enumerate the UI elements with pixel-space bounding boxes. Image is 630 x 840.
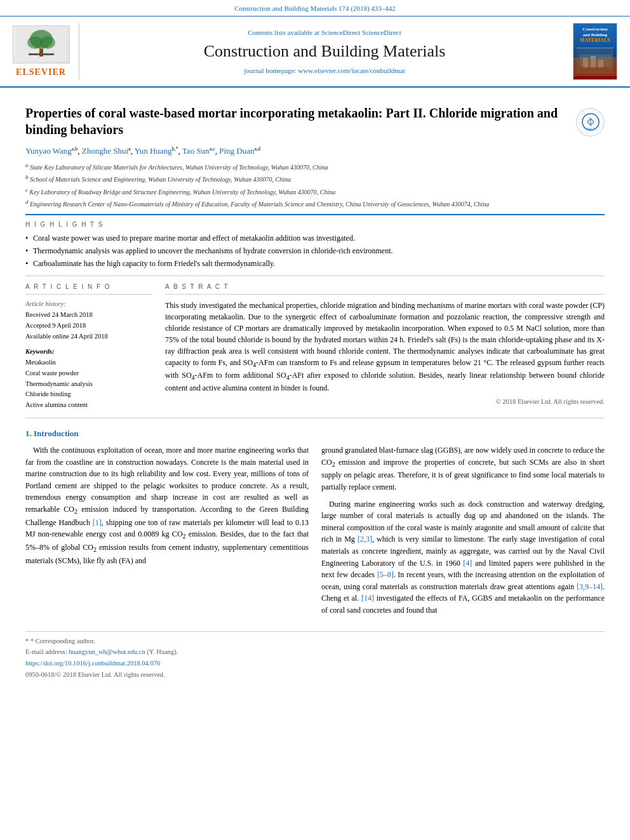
intro-right-col: ground granulated blast-furnace slag (GG…: [321, 444, 605, 622]
footnote-section: * * Corresponding author. E-mail address…: [25, 631, 605, 680]
highlight-item-1: Coral waste power was used to prepare ma…: [25, 233, 605, 244]
author-1-sup: a,b: [72, 146, 78, 152]
available-date: Available online 24 April 2018: [25, 331, 152, 342]
email-suffix: (Y. Huang).: [147, 648, 178, 655]
affiliation-a: a State Key Laboratory of Silicate Mater…: [25, 161, 605, 172]
elsevier-text: ELSEVIER: [16, 66, 66, 79]
info-abstract-columns: A R T I C L E I N F O Article history: R…: [25, 283, 605, 411]
email-footnote: E-mail address: huangyun_wh@whut.edu.cn …: [25, 648, 605, 657]
received-date: Received 24 March 2018: [25, 310, 152, 321]
cover-label-text: Construction and Building MATERialS: [580, 27, 610, 43]
affil-label-d: d: [25, 199, 29, 205]
intro-para-2: ground granulated blast-furnace slag (GG…: [321, 444, 605, 493]
author-3-sup: b,*: [172, 146, 178, 152]
section-divider-1: [25, 276, 605, 276]
doi-link[interactable]: https://doi.org/10.1016/j.conbuildmat.20…: [25, 660, 160, 667]
highlights-heading: H I G H L I G H T S: [25, 220, 605, 229]
journal-title-section: Contents lists available at ScienceDirec…: [86, 23, 563, 80]
affiliations-section: a State Key Laboratory of Silicate Mater…: [25, 161, 605, 209]
highlights-section: H I G H L I G H T S Coral waste power wa…: [25, 220, 605, 269]
journal-name: Construction and Building Materials: [204, 40, 446, 63]
svg-rect-5: [29, 53, 54, 55]
history-label: Article history:: [25, 300, 152, 309]
keyword-5: Active alumina content: [25, 401, 152, 410]
affil-label-b: b: [25, 174, 29, 180]
svg-point-3: [40, 36, 55, 49]
sciencedirect-link[interactable]: ScienceDirect: [362, 29, 401, 36]
ref-4: [4]: [463, 559, 472, 568]
author-2-sup: a: [128, 146, 131, 152]
affil-text-c: Key Laboratory of Roadway Bridge and Str…: [30, 189, 336, 196]
elsevier-logo-image: [13, 25, 70, 63]
contents-available: Contents lists available at ScienceDirec…: [248, 28, 401, 37]
introduction-title: 1. Introduction: [25, 428, 605, 439]
keywords-label: Keywords:: [25, 347, 152, 357]
affiliation-b: b School of Materials Science and Engine…: [25, 173, 605, 184]
check-updates-icon: Check for: [581, 112, 600, 131]
highlight-item-3: Carboaluminate has the high capacity to …: [25, 258, 605, 269]
keyword-2: Coral waste powder: [25, 369, 152, 378]
copyright-line: © 2018 Elsevier Ltd. All rights reserved…: [165, 397, 605, 407]
ref-58: [5–8]: [377, 570, 394, 579]
article-main-title: Properties of coral waste-based mortar i…: [25, 105, 605, 138]
author-5-sup: a,d: [254, 146, 260, 152]
keyword-1: Metakaolin: [25, 358, 152, 368]
citation-text: Construction and Building Materials 174 …: [234, 4, 396, 12]
elsevier-logo: ELSEVIER: [10, 23, 79, 80]
author-1: Yunyao Wang: [25, 147, 72, 156]
cover-bottom-bar: [573, 57, 617, 76]
elsevier-tree-icon: [16, 27, 67, 62]
affil-text-a: State Key Laboratory of Silicate Materia…: [30, 164, 328, 171]
email-link[interactable]: huangyun_wh@whut.edu.cn: [69, 648, 145, 655]
intro-para-3: During marine engineering works such as …: [321, 498, 605, 617]
keywords-section: Keywords: Metakaolin Coral waste powder …: [25, 347, 152, 410]
article-body: Check for Properties of coral waste-base…: [0, 88, 630, 691]
svg-text:Check for: Check for: [586, 127, 596, 130]
intro-left-col: With the continuous exploitation of ocea…: [25, 444, 309, 622]
affiliation-c: c Key Laboratory of Roadway Bridge and S…: [25, 186, 605, 197]
author-4-sup: a,c: [210, 146, 215, 152]
author-3: Yun Huang: [135, 147, 172, 156]
journal-cover-image: Construction and Building MATERialS: [570, 23, 620, 80]
asterisk-marker: *: [25, 637, 30, 644]
article-info-column: A R T I C L E I N F O Article history: R…: [25, 283, 152, 411]
article-title-section: Check for Properties of coral waste-base…: [25, 105, 605, 138]
article-history: Article history: Received 24 March 2018 …: [25, 300, 152, 342]
affil-label-c: c: [25, 187, 28, 193]
doi-footnote: https://doi.org/10.1016/j.conbuildmat.20…: [25, 659, 605, 669]
check-updates-label: Check for: [581, 112, 600, 133]
abstract-column: A B S T R A C T This study investigated …: [165, 283, 605, 411]
ref-9-14: [3,9–14]: [577, 582, 603, 591]
author-4: Tao Sun: [182, 147, 210, 156]
intro-para-1: With the continuous exploitation of ocea…: [25, 444, 309, 567]
introduction-section: 1. Introduction With the continuous expl…: [25, 428, 605, 622]
ref-1: [1]: [93, 518, 102, 527]
ref-14: [14]: [361, 594, 374, 603]
journal-citation: Construction and Building Materials 174 …: [0, 0, 630, 17]
author-2: Zhonghe Shui: [82, 147, 128, 156]
corresponding-author-note: * * Corresponding author.: [25, 637, 605, 646]
authors-line: Yunyao Wanga,b, Zhonghe Shuia, Yun Huang…: [25, 145, 605, 157]
email-label: E-mail address:: [25, 648, 67, 655]
article-info-heading: A R T I C L E I N F O: [25, 283, 152, 295]
ref-23: [2,3]: [358, 535, 372, 543]
history-dates: Received 24 March 2018 Accepted 9 April …: [25, 310, 152, 342]
corresponding-author-text: * Corresponding author.: [30, 637, 95, 644]
affil-text-b: School of Materials Science and Engineer…: [30, 177, 291, 183]
homepage-link[interactable]: www.elsevier.com/locate/conbuildmat: [298, 67, 405, 74]
accepted-date: Accepted 9 April 2018: [25, 321, 152, 331]
issn-footnote: 0950-0618/© 2018 Elsevier Ltd. All right…: [25, 670, 605, 680]
highlight-item-2: Thermodynamic analysis was applied to un…: [25, 246, 605, 257]
journal-url: journal homepage: www.elsevier.com/locat…: [244, 66, 405, 76]
thick-divider-top: [25, 214, 605, 215]
affil-label-a: a: [25, 162, 29, 168]
journal-header: ELSEVIER Contents lists available at Sci…: [0, 17, 630, 88]
affil-text-d: Engineering Research Center of Nano-Geom…: [30, 201, 489, 208]
affiliation-d: d Engineering Research Center of Nano-Ge…: [25, 198, 605, 209]
cover-thumbnail: Construction and Building MATERialS: [573, 23, 617, 80]
issn-text: 0950-0618/© 2018 Elsevier Ltd. All right…: [25, 671, 165, 678]
abstract-heading: A B S T R A C T: [165, 283, 605, 295]
author-5: Ping Duan: [219, 147, 254, 156]
intro-body-columns: With the continuous exploitation of ocea…: [25, 444, 605, 622]
abstract-text: This study investigated the mechanical p…: [165, 300, 605, 394]
